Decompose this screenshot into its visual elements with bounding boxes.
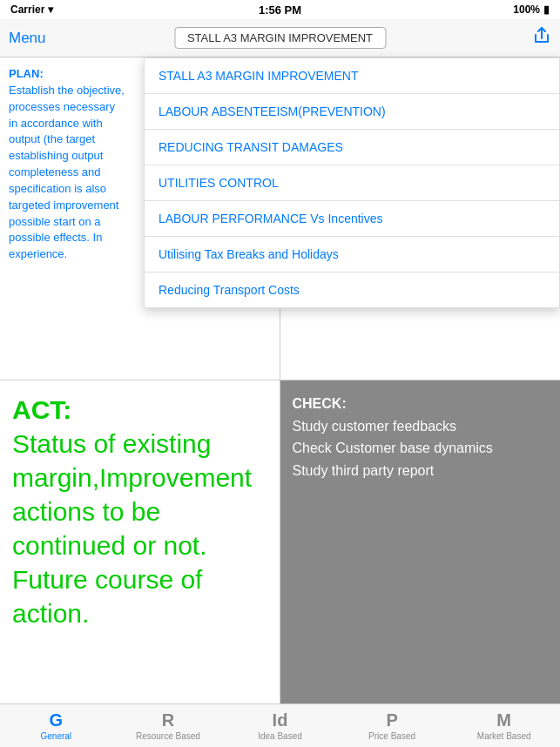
tab-market[interactable]: M Market Based <box>448 704 560 747</box>
tab-price-label: Price Based <box>368 731 415 741</box>
dropdown-item-5[interactable]: Utilising Tax Breaks and Holidays <box>145 237 559 273</box>
act-body: Status of existing margin,Improvement ac… <box>12 429 252 628</box>
dropdown-item-3[interactable]: UTILITIES CONTROL <box>145 165 559 201</box>
quadrant-act: ACT: Status of existing margin,Improveme… <box>0 380 280 703</box>
tab-resource-label: Resource Based <box>136 731 200 741</box>
tab-resource-letter: R <box>162 710 174 730</box>
tab-resource[interactable]: R Resource Based <box>112 704 225 747</box>
nav-bar: Menu STALL A3 MARGIN IMPROVEMENT <box>0 19 560 57</box>
wifi-icon: ▾ <box>48 3 53 16</box>
quadrant-check: CHECK: Study customer feedbacks Check Cu… <box>280 380 561 703</box>
dropdown-item-6[interactable]: Reducing Transport Costs <box>145 273 559 307</box>
carrier-label: Carrier <box>10 3 44 16</box>
dropdown-menu: STALL A3 MARGIN IMPROVEMENT LABOUR ABSEN… <box>144 57 560 308</box>
battery-label: 100% <box>513 3 540 16</box>
title-dropdown-button[interactable]: STALL A3 MARGIN IMPROVEMENT <box>174 27 386 49</box>
tab-price[interactable]: P Price Based <box>336 704 449 747</box>
dropdown-item-4[interactable]: LABOUR PERFORMANCE Vs Incentives <box>145 201 559 237</box>
battery-icon: ▮ <box>543 3 550 16</box>
check-text: CHECK: Study customer feedbacks Check Cu… <box>293 393 549 481</box>
tab-price-letter: P <box>386 710 397 730</box>
plan-label: PLAN: <box>9 67 44 80</box>
tab-general-label: General <box>41 731 72 741</box>
tab-idea-letter: Id <box>273 710 288 730</box>
tab-market-label: Market Based <box>477 731 531 741</box>
check-item-2: Check Customer base dynamics <box>293 441 493 455</box>
tab-bar: G General R Resource Based Id Idea Based… <box>0 703 560 747</box>
tab-idea[interactable]: Id Idea Based <box>224 704 336 747</box>
check-item-3: Study third party report <box>293 463 435 478</box>
plan-body: Establish the objective, processes neces… <box>9 84 125 260</box>
check-label: CHECK: <box>293 396 347 411</box>
share-button[interactable] <box>532 26 551 50</box>
check-item-1: Study customer feedbacks <box>293 419 457 434</box>
tab-general-letter: G <box>50 710 64 730</box>
act-text: ACT: Status of existing margin,Improveme… <box>12 393 267 630</box>
status-bar-right: 100% ▮ <box>513 3 550 16</box>
status-bar-time: 1:56 PM <box>259 3 301 17</box>
tab-general[interactable]: G General <box>0 704 112 747</box>
status-bar: Carrier ▾ 1:56 PM 100% ▮ <box>0 0 560 19</box>
tab-market-letter: M <box>496 710 511 730</box>
tab-idea-label: Idea Based <box>258 731 302 741</box>
dropdown-item-0[interactable]: STALL A3 MARGIN IMPROVEMENT <box>145 58 559 94</box>
act-label: ACT: <box>12 395 71 424</box>
menu-button[interactable]: Menu <box>9 30 46 47</box>
status-bar-left: Carrier ▾ <box>10 3 53 16</box>
dropdown-item-2[interactable]: REDUCING TRANSIT DAMAGES <box>145 130 559 165</box>
dropdown-item-1[interactable]: LABOUR ABSENTEEISM(PREVENTION) <box>145 94 559 130</box>
